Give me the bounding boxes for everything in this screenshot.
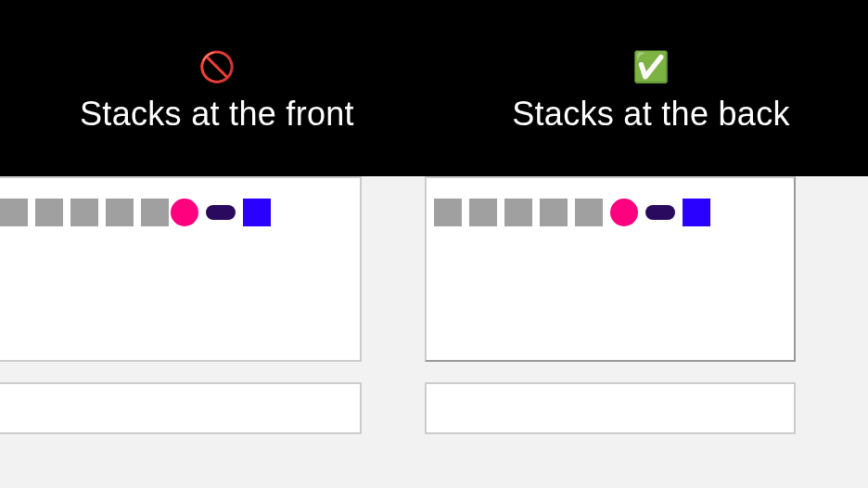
header-left: 🚫 Stacks at the front [0,52,434,134]
prohibited-icon: 🚫 [0,52,434,82]
placeholder-square [540,199,568,226]
box-bottom-left [0,382,362,434]
blue-square-shape [243,199,271,226]
panel-left: 🚫 Stacks at the front [0,0,434,488]
pill-shape [645,205,675,220]
placeholder-square [106,199,134,226]
check-icon: ✅ [434,52,868,82]
box-bottom-right [425,382,796,434]
placeholder-square [504,199,532,226]
shapes-row-right [434,199,710,226]
placeholder-square [434,199,462,226]
shapes-row-left [0,199,271,226]
placeholder-square [70,199,98,226]
title-right: Stacks at the back [434,95,868,134]
blue-square-shape [683,199,710,226]
box-top-right [425,176,796,362]
content-right [434,176,868,488]
title-left: Stacks at the front [0,95,434,134]
pill-shape [206,205,236,220]
placeholder-square [141,199,169,226]
box-top-left [0,176,362,362]
panel-right: ✅ Stacks at the back [434,0,868,488]
content-left [0,176,434,488]
placeholder-square [0,199,28,226]
placeholder-square [469,199,497,226]
placeholder-square [575,199,603,226]
circle-shape [610,199,638,226]
placeholder-square [35,199,63,226]
circle-shape [171,199,198,226]
header-right: ✅ Stacks at the back [434,52,868,134]
